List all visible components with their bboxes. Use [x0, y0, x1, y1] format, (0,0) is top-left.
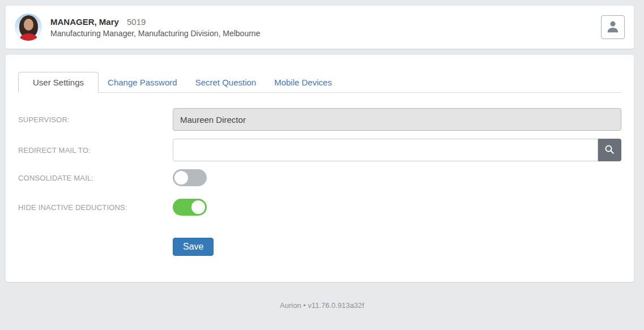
toggle-knob [191, 200, 205, 214]
tab-mobile-devices[interactable]: Mobile Devices [265, 72, 341, 92]
save-row: Save [173, 238, 621, 256]
employee-name: MANAGER, Mary [50, 17, 119, 27]
redirect-mail-row: REDIRECT MAIL TO: [18, 139, 621, 161]
consolidate-mail-label: CONSOLIDATE MAIL: [18, 174, 173, 182]
supervisor-label: SUPERVISOR: [18, 115, 173, 124]
user-settings-form: SUPERVISOR: REDIRECT MAIL TO: [18, 108, 621, 256]
hide-inactive-deductions-label: HIDE INACTIVE DEDUCTIONS: [18, 203, 173, 212]
user-settings-card: User Settings Change Password Secret Que… [6, 55, 634, 282]
app-version-footer: Aurion • v11.76.0.913a32f [0, 282, 644, 321]
save-button[interactable]: Save [173, 238, 214, 256]
supervisor-row: SUPERVISOR: [18, 108, 621, 131]
employee-subtitle: Manufacturing Manager, Manufacturing Div… [50, 29, 260, 38]
hide-inactive-deductions-toggle[interactable] [173, 199, 207, 216]
employee-identity: MANAGER, Mary 5019 Manufacturing Manager… [50, 17, 260, 38]
toggle-knob [174, 171, 188, 185]
user-icon [605, 19, 620, 36]
search-icon [604, 144, 615, 156]
supervisor-field [173, 108, 621, 131]
tab-secret-question[interactable]: Secret Question [186, 72, 266, 92]
consolidate-mail-toggle[interactable] [173, 169, 207, 186]
settings-tabs: User Settings Change Password Secret Que… [18, 72, 621, 93]
avatar [15, 14, 42, 41]
consolidate-mail-row: CONSOLIDATE MAIL: [18, 169, 621, 186]
avatar-shirt [20, 33, 37, 41]
employee-number: 5019 [127, 17, 146, 27]
redirect-mail-field[interactable] [173, 139, 598, 161]
redirect-mail-search-button[interactable] [598, 139, 621, 161]
tab-change-password[interactable]: Change Password [99, 72, 186, 92]
hide-inactive-deductions-row: HIDE INACTIVE DEDUCTIONS: [18, 199, 621, 216]
avatar-face [24, 19, 33, 31]
tab-user-settings[interactable]: User Settings [18, 72, 99, 93]
employee-header-card: MANAGER, Mary 5019 Manufacturing Manager… [6, 6, 634, 49]
profile-button[interactable] [601, 15, 625, 39]
redirect-mail-label: REDIRECT MAIL TO: [18, 146, 173, 155]
